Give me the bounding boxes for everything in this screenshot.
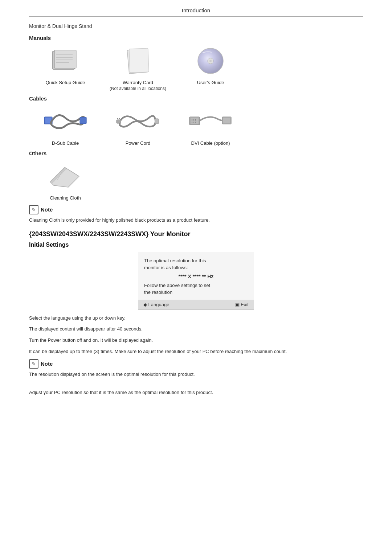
svg-rect-1 [54, 50, 76, 68]
cables-items-row: D-Sub Cable Power Cord [29, 105, 363, 147]
dialog-resolution: **** X **** ** Hz [144, 273, 248, 280]
initial-settings-title: Initial Settings [29, 242, 363, 248]
power-cord-icon [116, 109, 160, 134]
svg-point-22 [195, 119, 196, 120]
quick-setup-guide-icon [49, 48, 82, 74]
exit-button[interactable]: ▣ Exit [235, 302, 249, 307]
svg-rect-13 [80, 117, 86, 124]
instruction-2: The displayed content will disappear aft… [29, 325, 363, 333]
note1-icon [29, 205, 38, 214]
note1-label: Note [41, 205, 53, 214]
instruction-1: Select the language using the up or down… [29, 315, 363, 322]
page-title: Introduction [182, 7, 210, 13]
warranty-card-sublabel: (Not available in all locations) [110, 86, 166, 92]
others-items-row: Cleaning Cloth [29, 160, 363, 201]
svg-rect-17 [155, 119, 159, 124]
initial-settings-dialog: The optimal resolution for this monitor … [138, 252, 254, 309]
note1-text: Cleaning Cloth is only provided for high… [29, 217, 363, 224]
users-guide-icon [195, 46, 226, 77]
dsub-cable-icon [44, 108, 87, 135]
manuals-items-row: Quick Setup Guide Warranty Card (Not ava… [29, 45, 363, 92]
page-header: Introduction [29, 7, 363, 17]
warranty-card-item: Warranty Card (Not available in all loca… [102, 45, 174, 92]
quick-setup-guide-img [44, 45, 87, 77]
cleaning-cloth-item: Cleaning Cloth [29, 160, 102, 201]
dsub-cable-label: D-Sub Cable [52, 140, 79, 147]
bottom-section: Adjust your PC resolution so that it is … [29, 385, 363, 397]
warranty-card-img [116, 45, 160, 77]
dialog-line3: Follow the above settings to set [144, 282, 248, 289]
svg-point-23 [192, 120, 192, 121]
users-guide-label: User's Guide [197, 79, 224, 86]
users-guide-img [189, 45, 232, 77]
cleaning-cloth-icon [46, 162, 85, 191]
dialog-line1: The optimal resolution for this [144, 257, 248, 264]
svg-rect-14 [117, 120, 121, 123]
power-cord-img [116, 105, 160, 138]
users-guide-item: User's Guide [174, 45, 247, 86]
svg-point-26 [192, 122, 192, 123]
page: Introduction Monitor & Dual Hinge Stand … [0, 0, 392, 554]
svg-point-20 [192, 119, 192, 120]
svg-point-21 [193, 119, 194, 120]
quick-setup-guide-item: Quick Setup Guide [29, 45, 102, 86]
note2-text: The resolution displayed on the screen i… [29, 371, 363, 378]
dvi-cable-img [189, 105, 232, 138]
dialog-content: The optimal resolution for this monitor … [138, 252, 254, 300]
dsub-cable-item: D-Sub Cable [29, 105, 102, 147]
dvi-cable-item: DVI Cable (option) [174, 105, 247, 147]
note2-block: Note [29, 359, 363, 369]
your-monitor-title: {2043SW/2043SWX/2243SW/2243SWX} Your Mon… [29, 230, 363, 238]
instruction-3: Turn the Power button off and on. It wil… [29, 337, 363, 344]
dialog-line2: monitor is as follows: [144, 264, 248, 271]
instruction-4: It can be displayed up to three (3) time… [29, 348, 363, 356]
cleaning-cloth-img [44, 160, 87, 193]
svg-rect-7 [129, 48, 149, 73]
manuals-section-label: Manuals [29, 35, 363, 41]
bottom-text: Adjust your PC resolution so that it is … [29, 389, 363, 397]
dialog-footer: ◆ Language ▣ Exit [138, 300, 254, 309]
power-cord-item: Power Cord [102, 105, 174, 147]
dialog-line4: the resolution [144, 289, 248, 296]
svg-point-24 [193, 120, 194, 121]
warranty-card-label: Warranty Card [123, 79, 153, 86]
dvi-cable-icon [189, 109, 232, 134]
note2-label: Note [41, 359, 53, 369]
others-section-label: Others [29, 150, 363, 156]
monitor-stand-label: Monitor & Dual Hinge Stand [29, 23, 363, 29]
svg-point-28 [195, 122, 196, 123]
language-button[interactable]: ◆ Language [143, 302, 169, 307]
svg-point-25 [195, 120, 196, 121]
power-cord-label: Power Cord [126, 140, 151, 147]
cleaning-cloth-label: Cleaning Cloth [50, 195, 81, 201]
cables-section-label: Cables [29, 95, 363, 102]
dvi-cable-label: DVI Cable (option) [191, 140, 230, 147]
note2-icon [29, 359, 38, 369]
note1-block: Note [29, 205, 363, 214]
svg-point-27 [193, 122, 194, 123]
dsub-cable-img [44, 105, 87, 138]
svg-rect-30 [223, 118, 230, 123]
warranty-card-icon [125, 46, 151, 77]
quick-setup-guide-label: Quick Setup Guide [45, 79, 85, 86]
svg-point-10 [209, 60, 212, 62]
